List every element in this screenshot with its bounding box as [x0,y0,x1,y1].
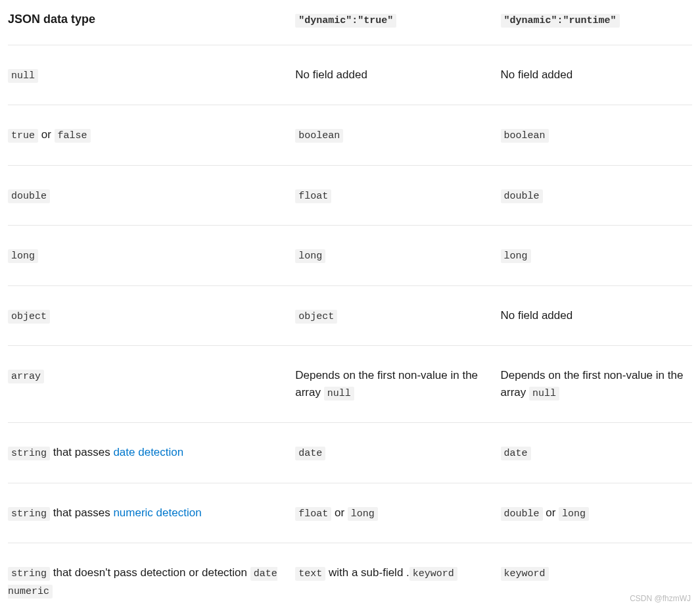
cell-code: double [501,507,543,521]
cell-code: date [501,447,531,460]
cell-text: or [38,128,55,141]
cell-code: float [295,507,331,521]
cell-text: No field added [501,309,573,322]
cell-text: with a sub-field . [325,566,409,579]
table-cell: double [8,165,295,226]
cell-code: keyword [409,567,457,581]
cell-code: float [295,189,331,203]
cell-code: object [8,310,50,324]
cell-code: boolean [295,129,343,143]
table-cell: float [295,165,500,226]
table-cell: string that passes numeric detection [8,483,295,543]
table-cell: No field added [295,45,500,105]
header-json-type: JSON data type [8,8,295,45]
cell-text: that doesn't pass detection or detection [50,566,250,579]
header-dynamic-runtime: "dynamic":"runtime" [501,8,692,45]
table-row: true or falsebooleanboolean [8,105,692,166]
table-cell: No field added [501,285,692,346]
cell-code: long [501,249,531,263]
cell-code: string [8,507,50,521]
table-row: longlonglong [8,226,692,286]
cell-text: or [543,506,559,519]
table-cell: string that passes date detection [8,423,295,483]
table-cell: long [8,226,295,286]
table-cell: float or long [295,483,500,543]
table-row: nullNo field addedNo field added [8,45,692,105]
table-header-row: JSON data type "dynamic":"true" "dynamic… [8,8,692,45]
cell-link[interactable]: numeric detection [113,506,201,519]
table-row: doublefloatdouble [8,165,692,226]
table-cell: true or false [8,105,295,166]
table-row: string that passes numeric detectionfloa… [8,483,692,543]
table-cell: date [501,423,692,483]
table-cell: null [8,45,295,105]
cell-code: object [295,310,337,324]
table-cell: object [8,285,295,346]
table-cell: long [501,226,692,286]
cell-code: long [348,507,378,521]
table-cell: long [295,226,500,286]
table-cell: object [295,285,500,346]
cell-code: boolean [501,129,549,143]
table-cell: boolean [501,105,692,166]
table-row: arrayDepends on the first non-value in t… [8,346,692,423]
cell-text: Depends on the first non-value in the ar… [501,369,684,399]
table-cell: date [295,423,500,483]
cell-code: long [8,249,38,263]
header-dynamic-true: "dynamic":"true" [295,8,500,45]
table-row: string that doesn't pass detection or de… [8,543,692,612]
cell-link[interactable]: date detection [113,446,183,458]
cell-text: Depends on the first non-value in the ar… [295,369,478,399]
cell-code: date [295,447,325,460]
cell-text: that passes [50,446,113,458]
cell-code: null [324,387,354,401]
table-cell: double or long [501,483,692,543]
table-cell: string that doesn't pass detection or de… [8,543,295,612]
cell-code: null [529,387,559,401]
table-cell: text with a sub-field .keyword [295,543,500,612]
json-type-table: JSON data type "dynamic":"true" "dynamic… [8,8,692,611]
watermark: CSDN @fhzmWJ [630,593,691,604]
table-cell: No field added [501,45,692,105]
cell-code: string [8,567,50,581]
table-row: string that passes date detectiondatedat… [8,423,692,483]
cell-code: null [8,69,38,83]
cell-code: keyword [501,567,549,581]
cell-text: No field added [295,68,367,81]
table-cell: array [8,346,295,423]
cell-text: No field added [501,68,573,81]
table-cell: Depends on the first non-value in the ar… [501,346,692,423]
cell-text: or [331,506,348,519]
cell-code: array [8,370,44,383]
table-cell: boolean [295,105,500,166]
cell-code: long [559,507,589,521]
table-row: objectobjectNo field added [8,285,692,346]
cell-code: double [501,189,543,203]
cell-code: double [8,189,50,203]
cell-code: long [295,249,325,263]
cell-text: that passes [50,506,113,519]
cell-code: string [8,447,50,460]
table-cell: Depends on the first non-value in the ar… [295,346,500,423]
cell-code: false [55,129,91,143]
cell-code: true [8,129,38,143]
table-cell: double [501,165,692,226]
cell-code: text [295,567,325,581]
